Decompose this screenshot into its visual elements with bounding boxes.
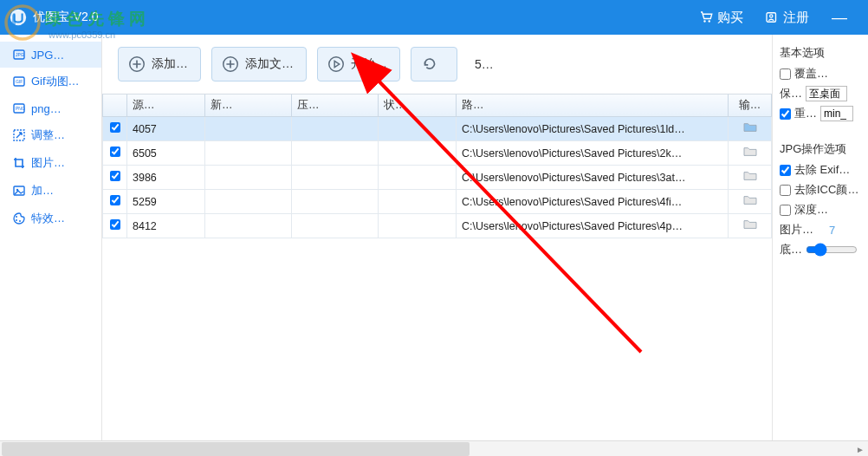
depth-label: 深度… xyxy=(794,202,828,218)
play-circle-icon xyxy=(327,55,346,74)
sidebar-item-crop[interactable]: 图片… xyxy=(0,149,101,177)
scroll-right-arrow[interactable]: ► xyxy=(852,442,868,456)
sidebar-item-label: 加… xyxy=(31,183,54,199)
cell-source: 6505 xyxy=(127,141,205,166)
rename-label: 重… xyxy=(794,106,817,121)
cell-new xyxy=(205,141,292,166)
png-icon: PNG xyxy=(12,101,26,115)
sidebar-item-palette[interactable]: 特效… xyxy=(0,205,101,232)
cell-compress xyxy=(292,141,379,166)
table-row[interactable]: 3986C:\Users\lenovo\Pictures\Saved Pictu… xyxy=(103,166,772,190)
col-header-new[interactable]: 新… xyxy=(205,94,292,117)
sidebar-item-label: 图片… xyxy=(31,155,65,171)
app-title: 优图宝-V2.0 xyxy=(33,10,98,25)
cell-path: C:\Users\lenovo\Pictures\Saved Pictures\… xyxy=(457,141,729,166)
row-checkbox[interactable] xyxy=(110,219,120,230)
minimize-button[interactable]: — xyxy=(819,3,859,32)
cell-compress xyxy=(292,190,379,214)
file-table-wrap: 源… 新… 压… 状… 路… 输… 4057C:\Users\lenovo\Pi… xyxy=(102,94,772,456)
cell-output[interactable] xyxy=(729,214,772,238)
cell-path: C:\Users\lenovo\Pictures\Saved Pictures\… xyxy=(457,214,729,238)
sidebar: JPGJPG…GIFGif动图…PNGpng…调整…图片…加…特效… xyxy=(0,35,102,456)
svg-text:GIF: GIF xyxy=(16,79,23,84)
cell-output[interactable] xyxy=(729,117,772,141)
row-checkbox[interactable] xyxy=(110,122,120,133)
image-label: 图片… xyxy=(780,222,813,238)
row-checkbox[interactable] xyxy=(110,171,120,181)
col-header-output[interactable]: 输… xyxy=(729,94,772,117)
bottom-label: 底… xyxy=(780,242,802,257)
table-row[interactable]: 5259C:\Users\lenovo\Pictures\Saved Pictu… xyxy=(103,190,772,214)
cell-path: C:\Users\lenovo\Pictures\Saved Pictures\… xyxy=(457,166,729,190)
depth-checkbox[interactable] xyxy=(780,205,791,216)
cell-compress xyxy=(292,117,379,141)
folder-icon xyxy=(742,146,758,158)
jpg-options-title: JPG操作选项 xyxy=(780,141,861,157)
sidebar-item-label: 调整… xyxy=(31,127,65,143)
start-label: 开始… xyxy=(351,56,387,72)
col-header-path[interactable]: 路… xyxy=(457,94,729,117)
cell-new xyxy=(205,117,292,141)
exif-checkbox[interactable] xyxy=(780,165,791,176)
rename-checkbox[interactable] xyxy=(780,108,791,120)
overwrite-label: 覆盖… xyxy=(794,66,828,81)
cell-output[interactable] xyxy=(729,166,772,190)
sidebar-item-label: png… xyxy=(31,102,62,115)
cell-source: 5259 xyxy=(127,190,205,214)
col-header-check[interactable] xyxy=(103,94,127,117)
cell-new xyxy=(205,166,292,190)
col-header-source[interactable]: 源… xyxy=(127,94,205,117)
cell-output[interactable] xyxy=(729,141,772,166)
folder-icon xyxy=(742,218,758,231)
cell-path: C:\Users\lenovo\Pictures\Saved Pictures\… xyxy=(457,117,729,141)
svg-text:JPG: JPG xyxy=(16,52,24,57)
cell-output[interactable] xyxy=(729,190,772,214)
bottom-slider[interactable] xyxy=(806,243,858,257)
cell-status xyxy=(379,214,457,238)
register-button[interactable]: 注册 xyxy=(754,4,819,31)
start-button[interactable]: 开始… xyxy=(317,47,400,81)
scroll-thumb[interactable] xyxy=(2,442,470,456)
toolbar: 添加… 添加文… 开始… xyxy=(102,35,772,94)
plus-circle-icon xyxy=(221,55,240,74)
icc-label: 去除ICC颜… xyxy=(794,182,858,198)
svg-point-5 xyxy=(709,20,710,22)
sidebar-item-resize[interactable]: 调整… xyxy=(0,121,101,149)
cell-source: 4057 xyxy=(127,117,205,141)
count-label: 5… xyxy=(475,57,494,71)
cell-source: 8412 xyxy=(127,214,205,238)
refresh-button[interactable] xyxy=(411,47,457,81)
add-button[interactable]: 添加… xyxy=(118,47,201,81)
sidebar-item-png[interactable]: PNGpng… xyxy=(0,95,101,121)
right-panel: 基本选项 覆盖… 保… 重… JPG操作选项 去除 Exif… 去除ICC颜… … xyxy=(773,35,868,456)
table-row[interactable]: 6505C:\Users\lenovo\Pictures\Saved Pictu… xyxy=(103,141,772,166)
rename-input[interactable] xyxy=(820,106,853,121)
sidebar-item-gif[interactable]: GIFGif动图… xyxy=(0,68,101,95)
cell-new xyxy=(205,190,292,214)
col-header-compress[interactable]: 压… xyxy=(292,94,379,117)
save-input[interactable] xyxy=(806,86,847,101)
crop-icon xyxy=(12,156,26,170)
cell-status xyxy=(379,166,457,190)
add-folder-button[interactable]: 添加文… xyxy=(211,47,307,81)
folder-icon xyxy=(742,170,758,182)
title-bar: 优图宝-V2.0 购买 注册 — xyxy=(0,0,868,35)
plus-circle-icon xyxy=(127,55,146,74)
row-checkbox[interactable] xyxy=(110,147,120,157)
overwrite-checkbox[interactable] xyxy=(780,68,791,80)
icc-checkbox[interactable] xyxy=(780,185,791,196)
image-value: 7 xyxy=(829,224,835,237)
horizontal-scrollbar[interactable]: ◄ ► xyxy=(0,440,868,456)
sidebar-item-label: 特效… xyxy=(31,211,65,226)
file-table: 源… 新… 压… 状… 路… 输… 4057C:\Users\lenovo\Pi… xyxy=(102,94,772,238)
folder-icon xyxy=(742,121,758,134)
table-row[interactable]: 4057C:\Users\lenovo\Pictures\Saved Pictu… xyxy=(103,117,772,141)
col-header-status[interactable]: 状… xyxy=(379,94,457,117)
exif-label: 去除 Exif… xyxy=(794,162,850,178)
buy-button[interactable]: 购买 xyxy=(688,4,754,31)
row-checkbox[interactable] xyxy=(110,195,120,205)
sidebar-item-image[interactable]: 加… xyxy=(0,177,101,205)
jpg-icon: JPG xyxy=(12,48,26,62)
table-row[interactable]: 8412C:\Users\lenovo\Pictures\Saved Pictu… xyxy=(103,214,772,238)
sidebar-item-jpg[interactable]: JPGJPG… xyxy=(0,42,101,68)
